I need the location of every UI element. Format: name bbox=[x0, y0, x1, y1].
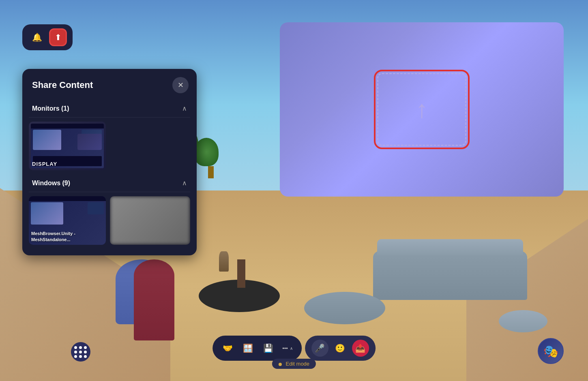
window-thumbnail-1[interactable]: MeshBrowser.Unity - MeshStandalone... bbox=[29, 196, 106, 245]
panel-title: Share Content bbox=[32, 80, 93, 90]
share-button[interactable]: 📤 bbox=[352, 340, 369, 357]
panel-header: Share Content ✕ bbox=[22, 69, 197, 100]
windows-divider bbox=[29, 192, 190, 192]
monitor-name: DISPLAY bbox=[32, 161, 57, 167]
window-icon: 🪟 bbox=[243, 343, 253, 353]
emoji-icon: 🙂 bbox=[335, 343, 345, 353]
windows-label: Windows (9) bbox=[32, 180, 70, 187]
toolbar-group-right: 🎤 🙂 📤 bbox=[305, 336, 376, 361]
monitor-thumbnail-1[interactable]: DISPLAY bbox=[29, 122, 106, 170]
top-toolbar: 🔔 ⬆ bbox=[22, 24, 73, 50]
windows-grid: MeshBrowser.Unity - MeshStandalone... bbox=[29, 196, 190, 245]
windows-chevron-icon: ∧ bbox=[182, 179, 187, 187]
blurred-window bbox=[110, 196, 190, 245]
small-table bbox=[237, 259, 245, 288]
small-ottoman bbox=[499, 310, 547, 332]
vase bbox=[219, 251, 229, 272]
upload-icon: ⬆ bbox=[55, 32, 62, 42]
round-ottoman bbox=[304, 292, 385, 324]
screen-upload-zone: ↑ bbox=[377, 73, 466, 146]
emoji-button[interactable]: 🙂 bbox=[332, 340, 349, 357]
save-icon: 💾 bbox=[263, 343, 273, 353]
window-button[interactable]: 🪟 bbox=[239, 340, 256, 357]
tree-2 bbox=[203, 138, 219, 178]
upload-button[interactable]: ⬆ bbox=[49, 28, 67, 46]
people-button[interactable]: 🤝 bbox=[219, 340, 236, 357]
apps-grid-icon bbox=[74, 346, 87, 358]
bell-icon: 🔔 bbox=[32, 32, 42, 42]
sofa bbox=[373, 251, 527, 300]
monitors-divider bbox=[29, 117, 190, 118]
edit-mode-dot bbox=[279, 363, 282, 366]
monitors-chevron-icon: ∧ bbox=[182, 105, 187, 112]
bell-button[interactable]: 🔔 bbox=[28, 28, 46, 46]
more-button[interactable]: ••• ∧ bbox=[280, 345, 295, 351]
edit-mode-badge: Edit mode bbox=[272, 359, 316, 369]
share-content-panel: Share Content ✕ Monitors (1) ∧ bbox=[22, 69, 197, 255]
share-icon: 📤 bbox=[355, 343, 365, 353]
toolbar-group-left: 🤝 🪟 💾 ••• ∧ bbox=[212, 336, 302, 361]
monitors-section-header[interactable]: Monitors (1) ∧ bbox=[29, 100, 190, 117]
windows-section-header[interactable]: Windows (9) ∧ bbox=[29, 174, 190, 192]
window-thumbnail-2[interactable] bbox=[110, 196, 190, 245]
monitors-label: Monitors (1) bbox=[32, 105, 69, 112]
avatar-icon: 🎭 bbox=[543, 344, 558, 358]
monitors-grid: DISPLAY bbox=[29, 122, 190, 170]
pedestal-red bbox=[134, 259, 174, 340]
upload-arrow-icon: ↑ bbox=[416, 97, 428, 122]
user-avatar[interactable]: 🎭 bbox=[538, 338, 564, 364]
window-1-label: MeshBrowser.Unity - MeshStandalone... bbox=[31, 231, 106, 242]
edit-mode-label: Edit mode bbox=[286, 361, 310, 367]
apps-grid-button[interactable] bbox=[71, 342, 90, 362]
people-icon: 🤝 bbox=[223, 343, 233, 353]
save-button[interactable]: 💾 bbox=[260, 340, 277, 357]
more-chevron-icon: ∧ bbox=[290, 346, 293, 351]
mute-icon: 🎤 bbox=[315, 343, 325, 353]
panel-body: Monitors (1) ∧ DISPLAY Wind bbox=[22, 100, 197, 255]
mute-button[interactable]: 🎤 bbox=[311, 340, 328, 357]
large-screen: ↑ bbox=[280, 22, 564, 197]
bottom-toolbar: 🤝 🪟 💾 ••• ∧ 🎤 🙂 📤 bbox=[212, 336, 376, 361]
more-dots: ••• bbox=[282, 345, 288, 351]
close-panel-button[interactable]: ✕ bbox=[172, 77, 189, 93]
